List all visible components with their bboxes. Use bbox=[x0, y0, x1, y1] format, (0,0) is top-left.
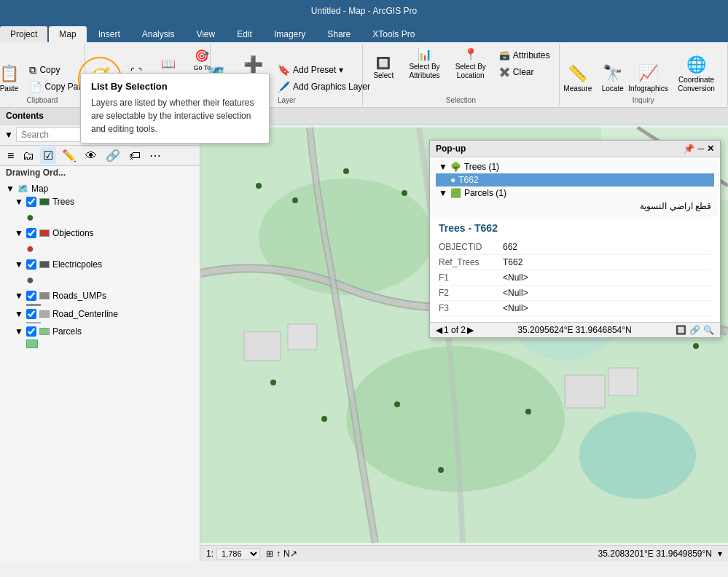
clear-icon: ✖️ bbox=[499, 67, 510, 77]
filter-icon: ▼ bbox=[4, 130, 13, 140]
popup-trees-group[interactable]: ▼ 🌳 Trees (1) bbox=[436, 160, 714, 173]
tab-analysis[interactable]: Analysis bbox=[132, 26, 185, 42]
svg-point-20 bbox=[525, 409, 531, 415]
electricpoles-label: Electricpoles bbox=[52, 259, 102, 270]
map-canvas[interactable]: Pop-up 📌 ─ ✕ ▼ 🌳 Trees (1) ● bbox=[200, 125, 728, 545]
coords-dropdown-icon[interactable]: ▾ bbox=[718, 549, 722, 559]
popup-close-icon[interactable]: ✕ bbox=[707, 144, 714, 154]
layer-electricpoles[interactable]: ▼ Electricpoles bbox=[0, 258, 200, 271]
extra-icon[interactable]: ⋯ bbox=[146, 147, 164, 164]
centerline-swatch bbox=[39, 310, 50, 318]
scale-select[interactable]: 1,786 5,000 10,000 bbox=[216, 548, 260, 560]
popup-zoom-icon[interactable]: 🔲 bbox=[676, 325, 686, 335]
objections-label: Objections bbox=[52, 228, 94, 238]
trees-collapse-icon: ▼ bbox=[15, 197, 23, 207]
trees-group-arrow: ▼ bbox=[439, 162, 447, 172]
infographics-button[interactable]: 📈 Infographics bbox=[632, 51, 665, 95]
measure-icon: 📏 bbox=[568, 64, 587, 83]
coord-conv-icon: 🌐 bbox=[686, 55, 706, 74]
attributes-button[interactable]: 🗃️ Attributes bbox=[495, 47, 555, 63]
field-reftrees-value: T662 bbox=[503, 257, 522, 267]
map-layer-icon: 🗺️ bbox=[17, 184, 28, 194]
popup-next-icon[interactable]: ▶ bbox=[467, 325, 474, 335]
statusbar-coords: 35.2083201°E 31.9649859°N bbox=[598, 549, 712, 559]
tab-edit[interactable]: Edit bbox=[227, 26, 262, 42]
field-f1-value: <Null> bbox=[503, 272, 528, 283]
popup-field-f2: F2 <Null> bbox=[439, 286, 711, 301]
clear-button[interactable]: ✖️ Clear bbox=[495, 64, 555, 80]
tab-insert[interactable]: Insert bbox=[88, 26, 130, 42]
layer-trees[interactable]: ▼ Trees bbox=[0, 195, 200, 208]
parcels-checkbox[interactable] bbox=[26, 326, 36, 337]
measure-button[interactable]: 📏 Measure bbox=[562, 51, 594, 95]
selection-label: Selection bbox=[446, 96, 476, 104]
popup-parcels-group[interactable]: ▼ 🟩 Parcels (1) bbox=[436, 187, 714, 200]
popup-share-icon[interactable]: 🔗 bbox=[689, 325, 700, 335]
field-f2-name: F2 bbox=[439, 288, 497, 298]
electricpoles-checkbox[interactable] bbox=[26, 259, 36, 270]
add-graphics-button[interactable]: 🖊️ Add Graphics Layer bbox=[273, 79, 375, 95]
ribbon-tabs: Project Map Insert Analysis View Edit Im… bbox=[0, 22, 728, 42]
visibility-icon[interactable]: 👁 bbox=[82, 148, 100, 164]
select-button[interactable]: 🔲 Select bbox=[367, 45, 399, 82]
roads-umps-swatch bbox=[39, 292, 50, 299]
layer-roads-umps[interactable]: ▼ Roads_UMPs bbox=[0, 289, 200, 302]
popup-prev-icon[interactable]: ◀ bbox=[436, 325, 442, 335]
tab-xtools[interactable]: XTools Pro bbox=[362, 26, 425, 42]
list-by-selection-icon[interactable]: ☑ bbox=[40, 147, 56, 164]
tab-view[interactable]: View bbox=[186, 26, 225, 42]
tab-map[interactable]: Map bbox=[49, 26, 86, 42]
layer-road-centerline[interactable]: ▼ Road_Centerline bbox=[0, 307, 200, 321]
popup-parcels-item[interactable]: قطع اراضي التسوية bbox=[436, 200, 714, 213]
add-preset-button[interactable]: 🔖 Add Preset ▾ bbox=[273, 62, 375, 78]
north-arrow-icon[interactable]: ↑ bbox=[276, 549, 281, 559]
layer-parcels[interactable]: ▼ Parcels bbox=[0, 325, 200, 338]
tab-project[interactable]: Project bbox=[0, 26, 47, 42]
popup-trees-item[interactable]: ● T662 bbox=[436, 173, 714, 187]
svg-rect-6 bbox=[288, 324, 317, 350]
tab-imagery[interactable]: Imagery bbox=[264, 26, 316, 42]
popup-pin-icon[interactable]: 📌 bbox=[684, 144, 694, 154]
popup-nav: ◀ 1 of 2 ▶ bbox=[436, 325, 474, 335]
trees-dot-icon: ● bbox=[26, 210, 34, 225]
svg-point-17 bbox=[321, 416, 327, 422]
field-objectid-value: 662 bbox=[503, 242, 517, 252]
parcels-group-icon: 🟩 bbox=[450, 188, 461, 198]
list-by-data-source-icon[interactable]: 🗂 bbox=[20, 148, 37, 164]
popup-field-f1: F1 <Null> bbox=[439, 270, 711, 286]
layer-objections[interactable]: ▼ Objections bbox=[0, 227, 200, 240]
tooltip-title: List By Selection bbox=[91, 81, 259, 92]
popup-field-f3: F3 <Null> bbox=[439, 301, 711, 316]
popup-minimize-icon[interactable]: ─ bbox=[697, 144, 704, 154]
svg-point-1 bbox=[259, 178, 434, 295]
tab-share[interactable]: Share bbox=[317, 26, 361, 42]
select-attrs-icon: 📊 bbox=[418, 47, 432, 61]
paste-icon: 📋 bbox=[0, 64, 19, 83]
popup-search-icon[interactable]: 🔍 bbox=[703, 325, 714, 335]
objections-checkbox[interactable] bbox=[26, 228, 36, 238]
grid-icon[interactable]: ⊞ bbox=[266, 549, 273, 559]
label-icon[interactable]: 🏷 bbox=[126, 148, 144, 164]
locate-button[interactable]: 🔭 Locate bbox=[597, 51, 629, 95]
trees-checkbox[interactable] bbox=[26, 197, 36, 207]
parcels-symbol bbox=[0, 338, 200, 350]
roads-umps-checkbox[interactable] bbox=[26, 291, 36, 301]
svg-point-23 bbox=[693, 343, 699, 349]
select-by-loc-button[interactable]: 📍 Select By Location bbox=[450, 45, 492, 82]
status-icon3[interactable]: N↗ bbox=[283, 549, 297, 559]
contents-panel: Contents 📌 ─ ✕ ▼ 🔍 ≡ 🗂 ☑ ✏️ 👁 🔗 🏷 ⋯ List… bbox=[0, 108, 200, 561]
layer-map[interactable]: ▼ 🗺️ Map bbox=[0, 182, 200, 195]
tooltip-text: Layers are listed by whether their featu… bbox=[91, 96, 259, 136]
draw-order-icon[interactable]: ✏️ bbox=[59, 147, 79, 164]
svg-point-11 bbox=[256, 183, 262, 189]
objections-collapse-icon: ▼ bbox=[15, 228, 23, 238]
road-centerline-checkbox[interactable] bbox=[26, 309, 36, 319]
list-by-drawing-order-icon[interactable]: ≡ bbox=[4, 148, 17, 164]
sel-stack: 🗃️ Attributes ✖️ Clear bbox=[495, 45, 555, 82]
coord-conv-button[interactable]: 🌐 Coordinate Conversion bbox=[668, 51, 724, 95]
snap-icon[interactable]: 🔗 bbox=[103, 147, 123, 164]
add-preset-icon: 🔖 bbox=[278, 64, 290, 76]
select-by-attrs-button[interactable]: 📊 Select By Attributes bbox=[402, 45, 446, 82]
statusbar-controls: ⊞ ↑ N↗ bbox=[266, 549, 297, 559]
paste-button[interactable]: 📋 Paste bbox=[0, 51, 23, 95]
